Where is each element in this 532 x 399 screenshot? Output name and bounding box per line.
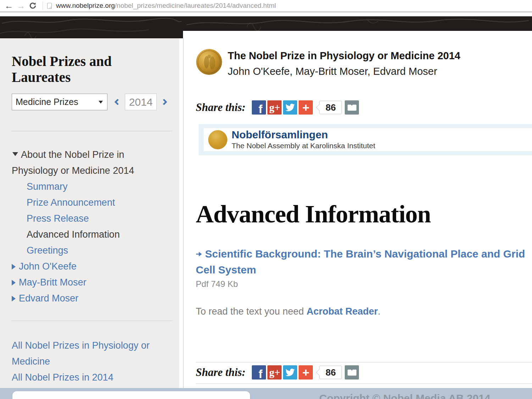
acrobat-note-pre: To read the text you need (196, 306, 306, 317)
sidebar-item-all-prizes-medicine[interactable]: All Nobel Prizes in Physiology or Medici… (12, 338, 172, 370)
facebook-share-icon[interactable]: f (252, 365, 266, 379)
browser-toolbar: ← → www.nobelprize.org/nobel_prizes/medi… (0, 0, 532, 12)
googleplus-share-icon[interactable]: g+ (267, 100, 282, 115)
sidebar-item-summary[interactable]: Summary (27, 179, 172, 195)
assembly-banner[interactable]: Nobelförsamlingen The Nobel Assembly at … (199, 124, 532, 155)
address-bar-divider (43, 1, 43, 10)
sidebar-sub-nav: Summary Prize Announcement Press Release… (27, 179, 172, 259)
previous-year-icon[interactable] (114, 99, 121, 105)
share-row: Share this: f g+ + 86 (196, 365, 360, 379)
email-share-icon[interactable] (345, 100, 359, 115)
sidebar-item-edvard-moser[interactable]: Edvard Moser (12, 290, 172, 306)
acrobat-reader-link[interactable]: Acrobat Reader (306, 306, 378, 317)
url-path: /nobel_prizes/medicine/laureates/2014/ad… (115, 2, 276, 9)
share-count-badge: 86 (319, 366, 342, 379)
prize-title: The Nobel Prize in Physiology or Medicin… (228, 50, 460, 62)
share-more-icon[interactable]: + (299, 365, 313, 379)
sidebar-item-advanced-information: Advanced Information (27, 227, 172, 243)
assembly-banner-inner: Nobelförsamlingen The Nobel Assembly at … (204, 128, 532, 151)
horizontal-rule (196, 362, 532, 362)
share-this-label: Share this: (196, 366, 245, 379)
sidebar-item-all-prizes-2014[interactable]: All Nobel Prizes in 2014 (12, 370, 172, 386)
site-banner-left (0, 16, 183, 38)
scientific-background-label: Scientific Background: The Brain’s Navig… (196, 248, 525, 276)
share-this-label: Share this: (196, 101, 245, 114)
triangle-right-icon (12, 264, 16, 270)
back-icon[interactable]: ← (4, 1, 13, 10)
year-label: 2014 (125, 94, 157, 110)
triangle-right-icon (12, 296, 16, 301)
sidebar-divider (11, 321, 173, 321)
about-section-label: About the Nobel Prize in Physiology or M… (12, 147, 161, 179)
share-more-icon[interactable]: + (299, 100, 313, 115)
sidebar-item-john-okeefe[interactable]: John O'Keefe (12, 259, 172, 275)
refresh-icon[interactable] (28, 1, 38, 10)
googleplus-share-icon[interactable]: g+ (267, 365, 282, 379)
sidebar-item-greetings[interactable]: Greetings (27, 243, 172, 259)
sidebar-title: Nobel Prizes and Laureates (12, 53, 172, 85)
sidebar-controls: Medicine Prizes 2014 (12, 94, 172, 110)
content-divider-line (183, 38, 184, 388)
page-title: Advanced Information (196, 200, 431, 228)
copyright-text: Copyright © Nobel Media AB 2014 (319, 392, 491, 399)
forward-icon[interactable]: → (16, 1, 26, 10)
acrobat-note: To read the text you need Acrobat Reader… (196, 306, 381, 317)
footer-band: Copyright © Nobel Media AB 2014 (0, 388, 532, 399)
assembly-tagline: The Nobel Assembly at Karolinska Institu… (232, 142, 375, 150)
footer-panel[interactable] (12, 391, 250, 399)
address-bar[interactable]: www.nobelprize.org/nobel_prizes/medicine… (56, 2, 276, 10)
sidebar-item-prize-announcement[interactable]: Prize Announcement (27, 195, 172, 211)
share-row: Share this: f g+ + 86 (196, 100, 360, 115)
prize-laureates: John O'Keefe, May-Britt Moser, Edvard Mo… (228, 66, 460, 77)
sidebar-bottom-links: All Nobel Prizes in Physiology or Medici… (12, 338, 172, 386)
email-share-icon[interactable] (345, 365, 359, 379)
assembly-name: Nobelförsamlingen (232, 129, 375, 140)
right-arrow-icon (196, 245, 202, 261)
twitter-share-icon[interactable] (283, 100, 297, 115)
laureate-link-label[interactable]: May-Britt Moser (19, 275, 87, 290)
scientific-background-link[interactable]: Scientific Background: The Brain’s Navig… (196, 246, 529, 278)
laureate-link-label[interactable]: Edvard Moser (19, 290, 78, 306)
triangle-down-icon (12, 152, 18, 156)
next-year-icon[interactable] (161, 99, 167, 105)
sidebar-section-about[interactable]: About the Nobel Prize in Physiology or M… (12, 147, 161, 179)
assembly-medal-icon (208, 130, 227, 149)
prize-header: The Nobel Prize in Physiology or Medicin… (196, 49, 460, 77)
twitter-share-icon[interactable] (283, 365, 297, 379)
site-banner (183, 16, 532, 31)
sidebar-item-may-britt-moser[interactable]: May-Britt Moser (12, 275, 172, 290)
sidebar: Nobel Prizes and Laureates Medicine Priz… (0, 38, 179, 388)
acrobat-note-post: . (378, 306, 381, 317)
sidebar-item-press-release[interactable]: Press Release (27, 211, 172, 227)
nobel-medal-icon (196, 49, 222, 75)
prize-category-value: Medicine Prizes (16, 97, 78, 107)
sidebar-divider (11, 131, 173, 131)
share-count-badge: 86 (319, 101, 342, 114)
horizontal-rule (196, 383, 532, 384)
page-icon (47, 3, 52, 9)
laureate-link-label[interactable]: John O'Keefe (19, 259, 77, 275)
triangle-right-icon (12, 280, 16, 286)
url-domain: www.nobelprize.org (56, 2, 115, 9)
prize-category-select[interactable]: Medicine Prizes (12, 94, 107, 110)
pdf-size-label: Pdf 749 Kb (196, 279, 238, 289)
main-content: The Nobel Prize in Physiology or Medicin… (196, 31, 532, 388)
facebook-share-icon[interactable]: f (252, 100, 266, 115)
chevron-down-icon (99, 101, 103, 104)
